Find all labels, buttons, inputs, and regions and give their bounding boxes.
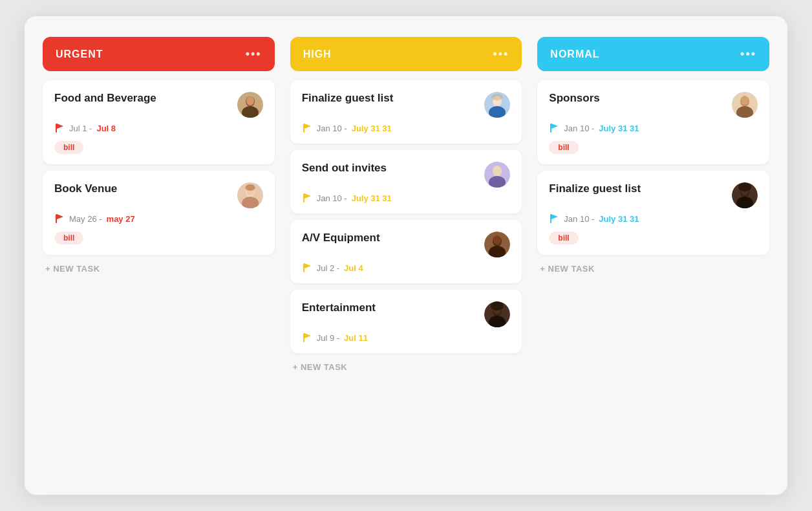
- svg-marker-19: [304, 124, 311, 129]
- task-date: Jan 10 - July 31 31: [302, 193, 511, 203]
- svg-point-10: [245, 184, 255, 191]
- task-date: Jan 10 - July 31 31: [549, 123, 758, 133]
- task-tag: bill: [549, 141, 578, 154]
- svg-rect-50: [550, 214, 551, 223]
- svg-marker-5: [57, 124, 63, 129]
- task-title: Sponsors: [549, 92, 732, 105]
- task-title: Food and Beverage: [54, 92, 237, 105]
- svg-rect-4: [56, 124, 57, 133]
- task-tag: bill: [54, 141, 83, 154]
- date-end: July 31 31: [599, 124, 639, 133]
- task-card[interactable]: Send out invites Jan 10 - July 31 31: [290, 150, 522, 213]
- task-avatar: [732, 92, 758, 118]
- date-start: Jan 10 -: [564, 214, 594, 224]
- date-end: Jul 4: [344, 263, 363, 273]
- task-title: Send out invites: [302, 162, 485, 175]
- column-title-normal: NORMAL: [550, 49, 599, 60]
- column-title-high: HIGH: [303, 49, 332, 60]
- svg-point-3: [246, 96, 254, 105]
- svg-rect-24: [303, 193, 304, 202]
- task-date: Jul 9 - Jul 11: [302, 332, 511, 343]
- svg-marker-31: [304, 263, 311, 268]
- task-tag: bill: [54, 232, 83, 245]
- task-avatar: [732, 182, 758, 208]
- board-container: URGENT ••• Food and Beverage Jul 1 - Jul…: [25, 16, 787, 495]
- svg-rect-43: [550, 124, 551, 133]
- column-header-normal: NORMAL •••: [537, 37, 769, 71]
- svg-marker-44: [551, 124, 558, 129]
- date-start: Jul 2 -: [317, 263, 339, 273]
- date-end: may 27: [107, 214, 135, 224]
- svg-marker-12: [57, 214, 63, 219]
- date-end: July 31 31: [352, 124, 392, 133]
- svg-point-17: [491, 94, 503, 100]
- date-end: Jul 11: [344, 333, 368, 343]
- board: URGENT ••• Food and Beverage Jul 1 - Jul…: [43, 37, 769, 372]
- task-avatar: [237, 182, 263, 208]
- task-avatar: [484, 301, 510, 327]
- column-urgent: URGENT ••• Food and Beverage Jul 1 - Jul…: [43, 37, 275, 372]
- column-header-urgent: URGENT •••: [43, 37, 275, 71]
- column-menu-normal[interactable]: •••: [740, 47, 756, 61]
- date-start: Jan 10 -: [317, 193, 347, 203]
- column-high: HIGH ••• Finalize guest list Jan 10 - Ju…: [290, 37, 522, 372]
- column-menu-high[interactable]: •••: [493, 47, 509, 61]
- column-header-high: HIGH •••: [290, 37, 522, 71]
- task-card[interactable]: Sponsors Jan 10 - July 31 31 bill: [537, 80, 769, 164]
- task-tag: bill: [549, 232, 578, 245]
- svg-rect-11: [56, 214, 57, 223]
- svg-point-49: [738, 182, 751, 191]
- svg-marker-51: [551, 214, 558, 219]
- task-card[interactable]: Finalize guest list Jan 10 - July 31 31 …: [537, 171, 769, 255]
- svg-rect-18: [303, 124, 304, 133]
- cards-list-urgent: Food and Beverage Jul 1 - Jul 8 bill Boo…: [43, 80, 275, 255]
- task-date: May 26 - may 27: [54, 213, 263, 224]
- cards-list-high: Finalize guest list Jan 10 - July 31 31 …: [290, 80, 522, 353]
- cards-list-normal: Sponsors Jan 10 - July 31 31 bill Finali…: [537, 80, 769, 255]
- svg-point-23: [493, 166, 501, 175]
- date-end: July 31 31: [352, 193, 392, 203]
- task-title: A/V Equipment: [302, 232, 485, 245]
- svg-point-36: [491, 301, 504, 310]
- column-menu-urgent[interactable]: •••: [246, 47, 262, 61]
- task-date: Jul 2 - Jul 4: [302, 263, 511, 273]
- date-start: Jan 10 -: [564, 124, 594, 133]
- svg-point-42: [741, 96, 749, 105]
- svg-marker-25: [304, 193, 311, 199]
- task-title: Entertainment: [302, 301, 485, 314]
- task-avatar: [484, 162, 510, 188]
- task-date: Jul 1 - Jul 8: [54, 123, 263, 133]
- svg-rect-37: [303, 333, 304, 342]
- task-card[interactable]: Food and Beverage Jul 1 - Jul 8 bill: [43, 80, 275, 164]
- column-normal: NORMAL ••• Sponsors Jan 10 - July 31 31 …: [537, 37, 769, 372]
- task-title: Finalize guest list: [302, 92, 485, 105]
- date-end: Jul 8: [96, 124, 116, 133]
- task-card[interactable]: Book Venue May 26 - may 27 bill: [43, 171, 275, 255]
- column-title-urgent: URGENT: [56, 49, 103, 60]
- task-avatar: [484, 232, 510, 257]
- new-task-high[interactable]: + NEW TASK: [290, 362, 522, 372]
- task-card[interactable]: A/V Equipment Jul 2 - Jul 4: [290, 220, 522, 283]
- task-card[interactable]: Finalize guest list Jan 10 - July 31 31: [290, 80, 522, 144]
- svg-rect-30: [303, 263, 304, 272]
- task-card[interactable]: Entertainment Jul 9 - Jul 11: [290, 290, 522, 353]
- date-start: Jan 10 -: [317, 124, 347, 133]
- task-title: Book Venue: [54, 182, 237, 195]
- date-start: May 26 -: [69, 214, 102, 224]
- svg-marker-38: [304, 333, 311, 338]
- task-title: Finalize guest list: [549, 182, 732, 195]
- task-date: Jan 10 - July 31 31: [549, 213, 758, 224]
- task-avatar: [237, 92, 263, 118]
- new-task-urgent[interactable]: + NEW TASK: [43, 264, 275, 274]
- date-start: Jul 1 -: [69, 124, 92, 133]
- task-date: Jan 10 - July 31 31: [302, 123, 511, 133]
- task-avatar: [484, 92, 510, 118]
- svg-point-29: [493, 235, 501, 245]
- date-start: Jul 9 -: [317, 333, 339, 343]
- new-task-normal[interactable]: + NEW TASK: [537, 264, 769, 274]
- date-end: July 31 31: [599, 214, 639, 224]
